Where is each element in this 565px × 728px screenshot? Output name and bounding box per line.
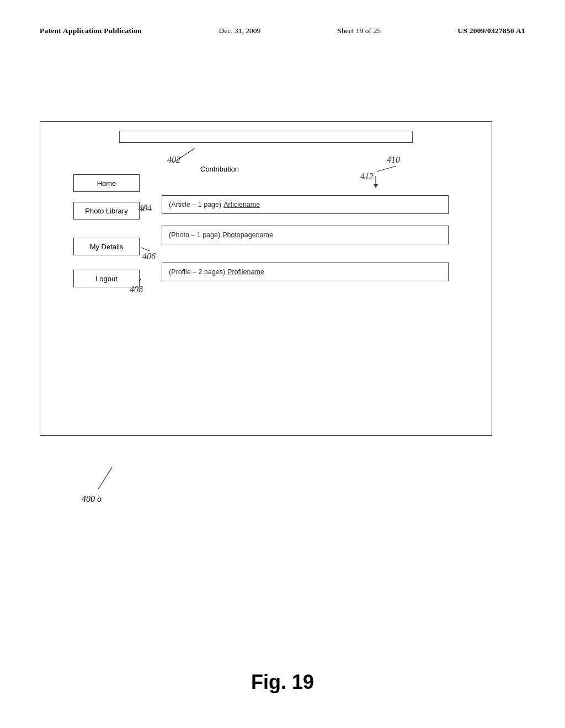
content-row-photo: (Photo – 1 page) Photopagename bbox=[162, 226, 449, 244]
ref-410: 410 bbox=[387, 155, 400, 165]
ref-412-top: 412 bbox=[360, 172, 374, 181]
ref-404: 404 bbox=[138, 204, 152, 213]
photo-row-link[interactable]: Photopagename bbox=[222, 231, 273, 239]
profile-row-label: (Profile – 2 pages) bbox=[169, 268, 225, 276]
article-row-link[interactable]: Articlename bbox=[223, 201, 260, 208]
browser-topbar bbox=[119, 131, 413, 143]
header-sheet: Sheet 19 of 25 bbox=[338, 26, 381, 35]
article-row-label: (Article – 1 page) bbox=[169, 201, 221, 208]
svg-line-5 bbox=[141, 248, 150, 251]
header-date: Dec. 31, 2009 bbox=[219, 26, 261, 35]
ref-408: 408 bbox=[130, 285, 143, 295]
header-patent: US 2009/0327850 A1 bbox=[457, 26, 525, 35]
figure-caption: Fig. 19 bbox=[251, 671, 314, 694]
header-publication: Patent Application Publication bbox=[40, 26, 142, 35]
page-header: Patent Application Publication Dec. 31, … bbox=[40, 26, 525, 35]
svg-line-1 bbox=[377, 166, 396, 172]
content-row-profile: (Profile – 2 pages) Profilename bbox=[162, 263, 449, 281]
ref-400-text: 400 bbox=[82, 494, 95, 504]
ref-406: 406 bbox=[142, 251, 156, 261]
ref-400-arrow bbox=[82, 464, 115, 492]
svg-marker-3 bbox=[374, 184, 378, 188]
contribution-label: Contribution bbox=[200, 165, 239, 173]
diagram-container: 412 412 402 410 Contribution 412 Home Ph… bbox=[40, 121, 492, 436]
profile-row-link[interactable]: Profilename bbox=[227, 268, 264, 276]
content-row-article: (Article – 1 page) Articlename bbox=[162, 195, 449, 214]
ref-402: 402 bbox=[167, 155, 180, 165]
ref-400-zero: o bbox=[97, 494, 102, 504]
nav-home-button[interactable]: Home bbox=[73, 174, 140, 192]
nav-photo-library-button[interactable]: Photo Library bbox=[73, 202, 140, 220]
svg-line-9 bbox=[98, 467, 112, 489]
nav-my-details-button[interactable]: My Details bbox=[73, 238, 140, 255]
photo-row-label: (Photo – 1 page) bbox=[169, 231, 220, 239]
ref-400-label: 400 o bbox=[82, 464, 115, 504]
